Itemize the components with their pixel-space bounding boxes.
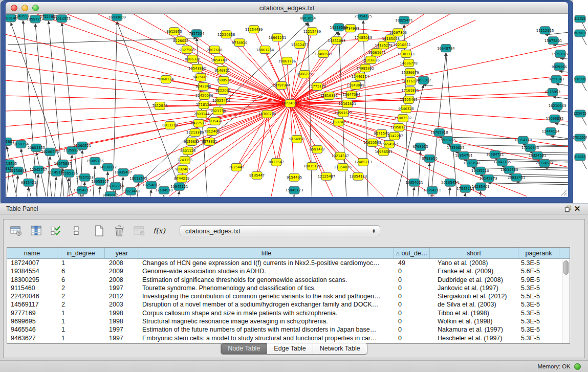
table-cell[interactable]: 1 <box>57 325 105 334</box>
table-cell[interactable]: 1 <box>57 309 105 317</box>
table-cell[interactable]: 49 <box>394 259 430 267</box>
table-row[interactable]: 969969511998Structural magnetic resonanc… <box>7 317 570 325</box>
table-scrollbar[interactable] <box>562 259 570 343</box>
table-cell[interactable]: Franke et al. (2009) <box>430 267 518 275</box>
column-header-short[interactable]: short <box>430 248 518 258</box>
table-cell[interactable]: 0 <box>394 292 430 300</box>
table-cell[interactable]: 5.3E-5 <box>518 317 559 325</box>
table-row[interactable]: 1938455462009Genome-wide association stu… <box>7 267 570 275</box>
table-cell[interactable]: 5.3E-5 <box>518 259 559 267</box>
table-cell[interactable]: 5.3E-5 <box>518 284 559 292</box>
table-cell[interactable]: 1998 <box>105 317 139 325</box>
table-cell[interactable]: 5.3E-5 <box>518 325 559 334</box>
table-cell[interactable]: 0 <box>394 267 430 275</box>
table-cell[interactable]: Wolkin et al. (1998) <box>430 317 518 325</box>
table-cell[interactable]: 19384554 <box>7 267 57 275</box>
table-cell[interactable]: Jankovic et al. (1997) <box>430 284 518 292</box>
table-cell[interactable]: 1 <box>57 334 105 342</box>
table-cell[interactable]: Disruption of a novel member of a sodium… <box>139 300 394 309</box>
table-cell[interactable]: Estimation of significance thresholds fo… <box>139 276 394 284</box>
tab-edge-table[interactable]: Edge Table <box>267 343 313 354</box>
table-cell[interactable]: 18724007 <box>7 259 57 267</box>
table-row[interactable]: 946554611997Estimation of the future num… <box>7 325 570 334</box>
table-cell[interactable]: 2009 <box>105 267 139 275</box>
table-row[interactable]: 946362711997Embryonic stem cells: a mode… <box>7 334 570 342</box>
table-cell[interactable]: 0 <box>394 309 430 317</box>
table-cell[interactable]: 1997 <box>105 325 139 334</box>
table-cell[interactable]: Tourette syndrome. Phenomenology and cla… <box>139 284 394 292</box>
table-cell[interactable]: Tibbo et al. (1998) <box>430 309 518 317</box>
table-cell[interactable]: 2003 <box>105 300 139 309</box>
table-cell[interactable]: Nakamura et al. (1997) <box>430 325 518 334</box>
column-header-year[interactable]: year <box>105 248 139 258</box>
table-cell[interactable]: 5.9E-5 <box>518 276 559 284</box>
table-cell[interactable]: Stergiakouli et al. (2012) <box>430 292 518 300</box>
window-titlebar[interactable]: citations_edges.txt <box>6 2 568 14</box>
citation-network-graph[interactable]: 1872400718300295891295582260589327508818… <box>6 14 568 196</box>
memory-status-indicator[interactable] <box>574 363 581 370</box>
table-row[interactable]: 1830029562008Estimation of significance … <box>7 276 570 284</box>
table-cell[interactable]: 5.3E-5 <box>518 300 559 309</box>
table-cell[interactable]: 9699695 <box>7 317 57 325</box>
table-cell[interactable]: Changes of HCN gene expression and I(f) … <box>139 259 394 267</box>
table-cell[interactable]: 0 <box>394 284 430 292</box>
table-cell[interactable]: 2 <box>57 284 105 292</box>
column-header-title[interactable]: title <box>139 248 394 258</box>
delete-rows-button[interactable] <box>113 224 126 237</box>
table-cell[interactable]: 6 <box>57 276 105 284</box>
close-window-button[interactable] <box>11 5 17 11</box>
table-cell[interactable]: 1997 <box>105 334 139 342</box>
table-cell[interactable]: 5.5E-5 <box>518 292 559 300</box>
column-header-in_degree[interactable]: in_degree <box>57 248 105 258</box>
table-cell[interactable]: Yano et al. (2008) <box>430 259 518 267</box>
table-cell[interactable]: 5.6E-5 <box>518 267 559 275</box>
column-header-name[interactable]: name <box>7 248 57 258</box>
table-row[interactable]: 1872400712008Changes of HCN gene express… <box>7 259 570 267</box>
table-cell[interactable]: 0 <box>394 317 430 325</box>
table-cell[interactable]: 5.3E-5 <box>518 309 559 317</box>
table-cell[interactable]: de Silva et al. (2003) <box>430 300 518 309</box>
table-cell[interactable]: 0 <box>394 300 430 309</box>
column-header-out_de[interactable]: △out_de… <box>394 248 430 258</box>
table-cell[interactable]: Hescheler et al. (1997) <box>430 334 518 342</box>
table-cell[interactable]: 1997 <box>105 284 139 292</box>
table-cell[interactable]: 0 <box>394 276 430 284</box>
table-cell[interactable]: 1998 <box>105 309 139 317</box>
zoom-window-button[interactable] <box>32 5 39 11</box>
table-row[interactable]: 977716911998Corpus callosum shape and si… <box>7 309 570 317</box>
table-cell[interactable]: Structural magnetic resonance image aver… <box>139 317 394 325</box>
row-height-button[interactable] <box>70 224 83 237</box>
table-cell[interactable]: 9465546 <box>7 325 57 334</box>
table-selector-dropdown[interactable]: citations_edges.txt ▲▼ <box>180 225 380 236</box>
select-rows-button[interactable] <box>50 224 63 237</box>
table-cell[interactable]: Estimation of the future numbers of pati… <box>139 325 394 334</box>
table-cell[interactable]: 1 <box>57 317 105 325</box>
table-cell[interactable]: 9115460 <box>7 284 57 292</box>
select-column-button[interactable] <box>30 224 43 237</box>
tab-node-table[interactable]: Node Table <box>221 343 267 354</box>
tab-network-table[interactable]: Network Table <box>313 343 367 354</box>
table-row[interactable]: 2242004622012Investigating the contribut… <box>7 292 570 300</box>
table-settings-button[interactable] <box>10 224 23 237</box>
table-cell[interactable]: Embryonic stem cells: a model to study s… <box>139 334 394 342</box>
table-cell[interactable]: Investigating the contribution of common… <box>139 292 394 300</box>
table-cell[interactable]: 9463627 <box>7 334 57 342</box>
resize-grip[interactable] <box>560 189 567 196</box>
table-cell[interactable]: 2012 <box>105 292 139 300</box>
table-cell[interactable]: Genome-wide association studies in ADHD. <box>139 267 394 275</box>
table-cell[interactable]: 2008 <box>105 259 139 267</box>
close-panel-button[interactable]: ✕ <box>573 204 582 213</box>
table-cell[interactable]: 2008 <box>105 276 139 284</box>
table-cell[interactable]: 6 <box>57 267 105 275</box>
table-cell[interactable]: 2 <box>57 292 105 300</box>
table-cell[interactable]: 22420046 <box>7 292 57 300</box>
new-table-button[interactable] <box>93 224 106 237</box>
table-cell[interactable]: 2 <box>57 300 105 309</box>
float-panel-button[interactable] <box>563 204 573 213</box>
minimize-window-button[interactable] <box>21 5 28 11</box>
function-builder-button[interactable]: f(x) <box>153 224 166 237</box>
column-header-pagerank[interactable]: pagerank <box>518 248 559 258</box>
table-cell[interactable]: 18300295 <box>7 276 57 284</box>
table-cell[interactable]: Corpus callosum shape and size in male p… <box>139 309 394 317</box>
table-cell[interactable]: 0 <box>394 325 430 334</box>
